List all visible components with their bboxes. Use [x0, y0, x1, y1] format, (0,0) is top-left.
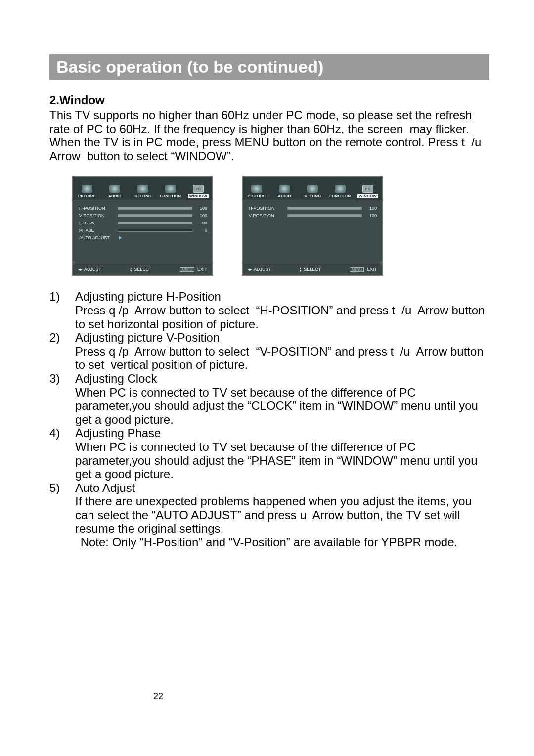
row-label: H-POSITION — [79, 206, 115, 211]
arrows-lr-icon — [78, 267, 82, 272]
row-label: PHASE — [79, 228, 115, 233]
slider-bar — [118, 214, 192, 217]
function-icon — [165, 185, 176, 193]
tab-function: FUNCTION — [157, 177, 184, 200]
step-number: 2) — [49, 331, 75, 372]
page-number: 22 — [153, 691, 163, 702]
slider-bar — [287, 207, 362, 210]
footer-label: EXIT — [367, 267, 377, 272]
row-phase: PHASE0 — [79, 226, 207, 234]
step-text: When PC is connected to TV set because o… — [75, 440, 490, 481]
step-text: If there are unexpected problems happene… — [75, 494, 490, 535]
row-hposition: H-POSITION100 — [249, 204, 377, 212]
footer-adjust: ADJUST — [78, 267, 101, 272]
step-title: Auto Adjust — [75, 481, 490, 495]
tab-label: WINDOW — [188, 194, 209, 198]
row-label: V-POSITION — [249, 213, 284, 218]
osd-tabs: PICTURE AUDIO SETTING FUNCTION PCWINDOW — [73, 177, 212, 200]
row-vposition: V-POSITION100 — [249, 212, 377, 219]
step-number: 3) — [49, 372, 75, 426]
slider-bar — [118, 207, 192, 210]
tab-window: PCWINDOW — [184, 177, 212, 200]
tab-audio: AUDIO — [270, 177, 298, 200]
step-4: 4)Adjusting PhaseWhen PC is connected to… — [49, 426, 490, 481]
osd-footer: ADJUST ▴▾SELECT MENUEXIT — [73, 264, 212, 275]
footer-label: SELECT — [304, 267, 321, 272]
step-3: 3)Adjusting ClockWhen PC is connected to… — [49, 372, 490, 426]
footer-select: ▴▾SELECT — [130, 267, 151, 272]
section-header: Basic operation (to be continued) — [49, 54, 490, 80]
footer-adjust: ADJUST — [248, 267, 271, 272]
osd-screenshot-left: PICTURE AUDIO SETTING FUNCTION PCWINDOW … — [72, 176, 213, 276]
osd-content: H-POSITION100 V-POSITION100 CLOCK100 PHA… — [73, 200, 212, 264]
pc-icon: PC — [362, 185, 373, 193]
osd-content: H-POSITION100 V-POSITION100 — [243, 200, 382, 264]
function-icon — [335, 185, 346, 193]
step-number: 1) — [49, 290, 75, 331]
tab-picture: PICTURE — [243, 177, 270, 200]
tab-label: SETTING — [303, 194, 321, 198]
row-value: 100 — [195, 213, 207, 218]
footer-label: ADJUST — [254, 267, 271, 272]
note-text: Note: Only “H-Position” and “V-Position”… — [77, 535, 490, 549]
tab-label: AUDIO — [278, 194, 291, 198]
tab-picture: PICTURE — [73, 177, 101, 200]
row-value: 100 — [365, 206, 377, 211]
step-number: 5) — [49, 481, 75, 535]
row-label: H-POSITION — [249, 206, 284, 211]
setting-icon — [137, 185, 148, 193]
step-title: Adjusting picture H-Position — [75, 290, 490, 304]
footer-label: SELECT — [134, 267, 151, 272]
tab-label: AUDIO — [108, 194, 122, 198]
picture-icon — [251, 185, 262, 193]
osd-screenshot-right: PICTURE AUDIO SETTING FUNCTION PCWINDOW … — [242, 176, 383, 276]
tab-label: PICTURE — [248, 194, 266, 198]
tab-label: SETTING — [134, 194, 151, 198]
audio-icon — [279, 185, 290, 193]
step-1: 1)Adjusting picture H-PositionPress q /p… — [49, 290, 490, 331]
pc-icon: PC — [193, 185, 204, 193]
footer-select: ▴▾SELECT — [300, 267, 321, 272]
menu-badge: MENU — [350, 267, 364, 272]
setting-icon — [307, 185, 318, 193]
triangle-right-icon — [119, 236, 122, 240]
tab-function: FUNCTION — [326, 177, 354, 200]
tab-label: FUNCTION — [160, 194, 181, 198]
tab-label: WINDOW — [357, 194, 378, 198]
tab-audio: AUDIO — [101, 177, 129, 200]
arrows-lr-icon — [248, 267, 252, 272]
row-vposition: V-POSITION100 — [79, 212, 207, 219]
slider-bar — [287, 214, 362, 217]
menu-badge: MENU — [180, 267, 194, 272]
tab-setting: SETTING — [129, 177, 156, 200]
footer-exit: MENUEXIT — [350, 267, 377, 272]
step-number: 4) — [49, 426, 75, 481]
row-label: CLOCK — [79, 221, 115, 225]
tab-label: PICTURE — [78, 194, 96, 198]
subsection-title: 2.Window — [49, 93, 490, 107]
step-text: When PC is connected to TV set because o… — [75, 386, 490, 427]
tab-window: PCWINDOW — [354, 177, 382, 200]
slider-bar — [118, 222, 192, 224]
osd-tabs: PICTURE AUDIO SETTING FUNCTION PCWINDOW — [243, 177, 382, 200]
pc-label: PC — [196, 187, 201, 191]
footer-label: ADJUST — [84, 267, 101, 272]
row-value: 0 — [195, 228, 207, 233]
slider-bar — [118, 229, 192, 232]
step-text: Press q /p Arrow button to select “H-POS… — [75, 304, 490, 331]
row-label: V-POSITION — [79, 213, 115, 218]
audio-icon — [109, 185, 120, 193]
picture-icon — [82, 185, 92, 193]
row-hposition: H-POSITION100 — [79, 204, 207, 212]
step-5: 5)Auto AdjustIf there are unexpected pro… — [49, 481, 490, 535]
step-title: Adjusting picture V-Position — [75, 331, 490, 345]
osd-screenshots: PICTURE AUDIO SETTING FUNCTION PCWINDOW … — [72, 176, 490, 276]
tab-setting: SETTING — [298, 177, 326, 200]
instructions-list: 1)Adjusting picture H-PositionPress q /p… — [49, 290, 490, 535]
footer-label: EXIT — [197, 267, 207, 272]
row-label: AUTO ADJUST — [79, 235, 115, 240]
arrows-ud-icon: ▴▾ — [130, 267, 132, 272]
step-2: 2)Adjusting picture V-PositionPress q /p… — [49, 331, 490, 372]
arrows-ud-icon: ▴▾ — [300, 267, 302, 272]
row-value: 100 — [365, 213, 377, 218]
